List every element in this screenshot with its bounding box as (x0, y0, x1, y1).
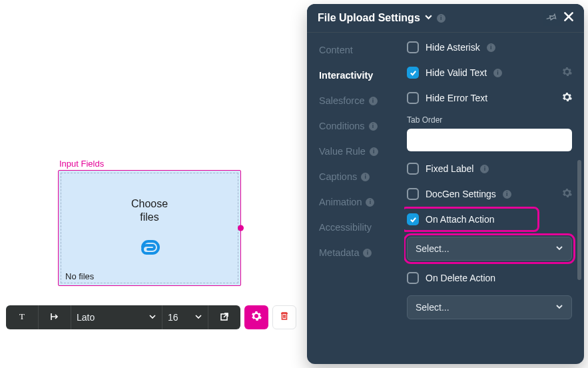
file-upload-prompt-line2: files (131, 211, 168, 224)
font-family-value: Lato (77, 312, 95, 323)
selection-handle[interactable] (238, 225, 244, 231)
tab-label: Content (319, 45, 353, 55)
font-size-value: 16 (168, 312, 178, 323)
svg-rect-5 (282, 313, 287, 319)
settings-panel: File Upload Settings i Content Interacti… (307, 4, 584, 364)
info-icon[interactable]: i (366, 198, 374, 207)
tab-label: Conditions (319, 121, 365, 131)
tab-label: Captions (319, 171, 357, 182)
on-attach-action-select[interactable]: Select... (407, 237, 572, 261)
checkbox-hide-error-text[interactable] (407, 92, 419, 104)
tab-conditions[interactable]: Conditionsi (319, 121, 404, 131)
info-icon[interactable]: i (487, 43, 495, 52)
tab-salesforce[interactable]: Salesforcei (319, 95, 404, 106)
trash-icon (279, 311, 290, 324)
text-tool-button[interactable]: T (6, 305, 39, 329)
chevron-down-icon (555, 302, 563, 313)
select-value: Select... (416, 243, 449, 254)
checkbox-on-delete-action[interactable] (407, 272, 419, 284)
info-icon[interactable]: i (493, 69, 502, 77)
tab-label: Salesforce (319, 95, 365, 106)
label-on-delete-action: On Delete Action (426, 273, 495, 283)
open-external-button[interactable] (208, 305, 240, 329)
label-docgen-settings: DocGen Settings (426, 189, 496, 199)
tab-captions[interactable]: Captionsi (319, 171, 404, 182)
tab-label: Metadata (319, 247, 359, 258)
tab-content[interactable]: Content (319, 45, 404, 55)
settings-button[interactable] (244, 305, 268, 329)
open-external-icon (219, 311, 230, 324)
panel-scrollbar[interactable] (577, 40, 581, 356)
align-left-icon (49, 311, 60, 324)
checkbox-hide-asterisk[interactable] (407, 41, 419, 53)
tab-accessibility[interactable]: Accessibility (319, 222, 404, 233)
delete-button[interactable] (272, 305, 296, 329)
tab-value-rule[interactable]: Value Rulei (319, 146, 404, 157)
label-hide-asterisk: Hide Asterisk (426, 42, 480, 53)
tab-order-input[interactable] (407, 129, 572, 151)
select-value: Select... (416, 302, 449, 313)
format-toolbar: T Lato 16 (6, 305, 296, 329)
tab-interactivity[interactable]: Interactivity (319, 70, 404, 81)
checkbox-docgen-settings[interactable] (407, 188, 419, 200)
scrollbar-thumb[interactable] (577, 160, 581, 280)
tab-label: Accessibility (319, 222, 372, 233)
label-fixed-label: Fixed Label (426, 163, 473, 174)
label-hide-valid-text: Hide Valid Text (426, 67, 487, 78)
file-upload-no-files-label: No files (65, 271, 94, 281)
panel-header: File Upload Settings i (307, 4, 584, 33)
chevron-down-icon[interactable] (424, 12, 433, 24)
panel-content: Hide Asterisk i Hide Valid Text i Hide E… (404, 33, 584, 364)
align-left-button[interactable] (39, 305, 71, 329)
chevron-down-icon (194, 312, 202, 323)
chevron-down-icon (555, 243, 563, 254)
info-icon[interactable]: i (480, 165, 489, 173)
gear-icon[interactable] (562, 67, 572, 79)
file-upload-widget[interactable]: Choose files No files (58, 170, 241, 286)
info-icon[interactable]: i (503, 190, 511, 199)
on-delete-action-select[interactable]: Select... (407, 295, 572, 319)
checkbox-on-attach-action[interactable] (407, 213, 419, 225)
info-icon[interactable]: i (369, 97, 378, 105)
panel-title: File Upload Settings (318, 12, 420, 24)
paperclip-icon (139, 239, 161, 259)
tab-animation[interactable]: Animationi (319, 197, 404, 207)
tab-label: Value Rule (319, 146, 366, 157)
checkbox-fixed-label[interactable] (407, 163, 419, 175)
info-icon[interactable]: i (369, 122, 378, 131)
label-tab-order: Tab Order (407, 115, 572, 125)
group-label-input-fields: Input Fields (58, 159, 241, 169)
panel-tabs: Content Interactivity Salesforcei Condit… (307, 33, 404, 364)
chevron-down-icon (148, 312, 156, 323)
gear-icon[interactable] (562, 92, 572, 104)
label-hide-error-text: Hide Error Text (426, 93, 487, 103)
tab-label: Interactivity (319, 70, 373, 81)
checkbox-hide-valid-text[interactable] (407, 67, 419, 79)
font-size-select[interactable]: 16 (162, 305, 208, 329)
gear-icon[interactable] (562, 188, 572, 200)
label-on-attach-action: On Attach Action (426, 214, 495, 225)
close-icon[interactable] (563, 11, 575, 25)
pin-icon[interactable] (546, 11, 557, 25)
info-icon[interactable]: i (361, 173, 370, 181)
svg-text:T: T (19, 311, 25, 321)
info-icon[interactable]: i (363, 249, 372, 257)
tab-metadata[interactable]: Metadatai (319, 247, 404, 258)
tab-label: Animation (319, 197, 362, 207)
info-icon[interactable]: i (437, 14, 445, 23)
gear-icon (251, 311, 262, 324)
font-family-select[interactable]: Lato (71, 305, 162, 329)
file-upload-prompt-line1: Choose (131, 197, 168, 211)
text-icon: T (17, 311, 27, 324)
info-icon[interactable]: i (370, 147, 378, 156)
